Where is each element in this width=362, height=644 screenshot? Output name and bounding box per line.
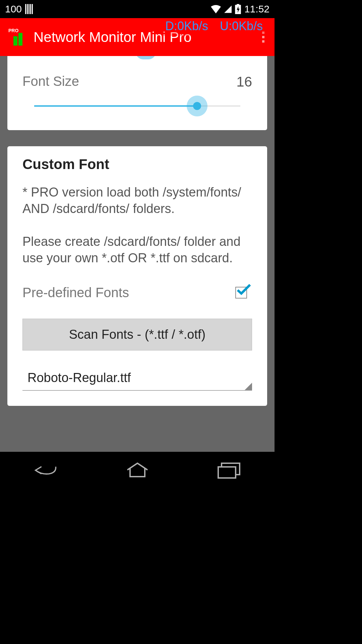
barcode-icon: [25, 4, 33, 14]
font-size-row: Font Size 16: [22, 74, 252, 90]
predefined-fonts-checkbox[interactable]: [235, 287, 247, 299]
clock-time: 11:52: [244, 3, 269, 15]
status-left: 100: [5, 3, 33, 15]
pro-badge: PRO: [8, 28, 18, 33]
selected-font-value: Roboto-Regular.ttf: [27, 371, 131, 385]
app-icon: PRO: [8, 29, 27, 46]
font-card: Font Size 16: [7, 56, 267, 130]
custom-font-title: Custom Font: [22, 156, 252, 172]
predefined-fonts-row[interactable]: Pre-defined Fonts: [22, 285, 252, 300]
font-selector-dropdown[interactable]: Roboto-Regular.ttf: [22, 367, 252, 391]
download-speed: D:0Kb/s: [165, 19, 208, 33]
navigation-bar: [0, 452, 275, 488]
battery-charging-icon: [235, 4, 241, 14]
cell-signal-icon: [224, 5, 232, 13]
battery-percentage: 100: [5, 3, 22, 15]
upload-speed: U:0Kb/s: [220, 19, 263, 33]
check-icon: [236, 284, 251, 296]
home-button[interactable]: [122, 462, 153, 479]
custom-font-description-2: Please create /sdcard/fonts/ folder and …: [22, 233, 252, 267]
previous-slider-partial: [22, 56, 252, 62]
wifi-icon: [211, 5, 221, 13]
dropdown-arrow-icon: [245, 383, 252, 390]
recent-apps-button[interactable]: [214, 462, 244, 479]
font-size-label: Font Size: [22, 74, 79, 89]
predefined-fonts-label: Pre-defined Fonts: [22, 285, 129, 300]
svg-rect-1: [237, 4, 239, 5]
scan-fonts-button[interactable]: Scan Fonts - (*.ttf / *.otf): [22, 319, 252, 351]
status-bar: 100 11:52: [0, 0, 275, 18]
back-button[interactable]: [31, 462, 61, 479]
status-right: 11:52: [211, 3, 269, 15]
signal-bars-icon: [8, 33, 22, 46]
custom-font-description-1: * PRO version load both /system/fonts/ A…: [22, 184, 252, 217]
content-area[interactable]: Font Size 16 Custom Font * PRO version l…: [0, 56, 275, 452]
custom-font-card: Custom Font * PRO version load both /sys…: [7, 146, 267, 406]
font-size-value: 16: [236, 74, 252, 90]
speed-overlay: D:0Kb/s U:0Kb/s: [162, 19, 266, 36]
font-size-slider[interactable]: [34, 100, 240, 113]
